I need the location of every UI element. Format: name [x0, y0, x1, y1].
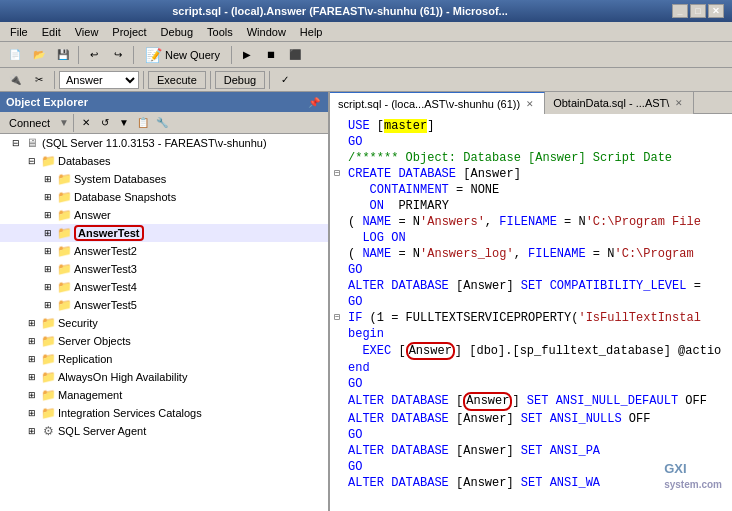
server-icon: 🖥	[24, 135, 40, 151]
oe-disconnect-btn[interactable]: ✕	[77, 114, 95, 132]
fold-13: ⊟	[334, 310, 344, 326]
menu-debug[interactable]: Debug	[155, 24, 199, 40]
code-8: LOG ON	[348, 230, 406, 246]
server-node[interactable]: ⊟ 🖥 (SQL Server 11.0.3153 - FAREAST\v-sh…	[0, 134, 328, 152]
debug-button[interactable]: Debug	[215, 71, 265, 89]
answertest3-node[interactable]: ⊞ 📁 AnswerTest3	[0, 260, 328, 278]
integration-label: Integration Services Catalogs	[58, 407, 202, 419]
oe-summary-btn[interactable]: 📋	[134, 114, 152, 132]
code-line-1: USE [master]	[334, 118, 728, 134]
server-objects-node[interactable]: ⊞ 📁 Server Objects	[0, 332, 328, 350]
close-button[interactable]: ✕	[708, 4, 724, 18]
answertest4-icon: 📁	[56, 279, 72, 295]
save-button[interactable]: 💾	[52, 45, 74, 65]
code-line-7: ( NAME = N'Answers', FILENAME = N'C:\Pro…	[334, 214, 728, 230]
databases-label: Databases	[58, 155, 111, 167]
connect-button[interactable]: Connect	[2, 114, 57, 132]
answertest4-expand[interactable]: ⊞	[40, 279, 56, 295]
code-10: GO	[348, 262, 362, 278]
answertest5-expand[interactable]: ⊞	[40, 297, 56, 313]
redo-button[interactable]: ↪	[107, 45, 129, 65]
server-label: (SQL Server 11.0.3153 - FAREAST\v-shunhu…	[42, 137, 267, 149]
code-line-16: end	[334, 360, 728, 376]
sys-db-expand[interactable]: ⊞	[40, 171, 56, 187]
replication-node[interactable]: ⊞ 📁 Replication	[0, 350, 328, 368]
server-objects-icon: 📁	[40, 333, 56, 349]
disconnect-btn[interactable]: ✂	[28, 70, 50, 90]
security-node[interactable]: ⊞ 📁 Security	[0, 314, 328, 332]
answer-expand[interactable]: ⊞	[40, 207, 56, 223]
menu-file[interactable]: File	[4, 24, 34, 40]
tab-script-sql[interactable]: script.sql - (loca...AST\v-shunhu (61)) …	[330, 92, 545, 114]
integration-node[interactable]: ⊞ 📁 Integration Services Catalogs	[0, 404, 328, 422]
sep-t3	[143, 71, 144, 89]
answertest2-expand[interactable]: ⊞	[40, 243, 56, 259]
main-area: Object Explorer 📌 Connect ▼ ✕ ↺ ▼ 📋 🔧 ⊟ …	[0, 92, 732, 511]
connect-btn[interactable]: 🔌	[4, 70, 26, 90]
snap-expand[interactable]: ⊞	[40, 189, 56, 205]
undo-button[interactable]: ↩	[83, 45, 105, 65]
new-query-button[interactable]: 📝 New Query	[138, 44, 227, 66]
menu-help[interactable]: Help	[294, 24, 329, 40]
code-line-10: GO	[334, 262, 728, 278]
maximize-button[interactable]: □	[690, 4, 706, 18]
minimize-button[interactable]: _	[672, 4, 688, 18]
answertest-expand[interactable]: ⊞	[40, 225, 56, 241]
answertest5-node[interactable]: ⊞ 📁 AnswerTest5	[0, 296, 328, 314]
code-5: CONTAINMENT = NONE	[348, 182, 499, 198]
new-file-button[interactable]: 📄	[4, 45, 26, 65]
oe-properties-btn[interactable]: 🔧	[153, 114, 171, 132]
open-button[interactable]: 📂	[28, 45, 50, 65]
sqlagent-expand[interactable]: ⊞	[24, 423, 40, 439]
execute-button[interactable]: Execute	[148, 71, 206, 89]
security-expand[interactable]: ⊞	[24, 315, 40, 331]
menu-project[interactable]: Project	[106, 24, 152, 40]
object-explorer-tree[interactable]: ⊟ 🖥 (SQL Server 11.0.3153 - FAREAST\v-sh…	[0, 134, 328, 511]
connect-dropdown-arrow[interactable]: ▼	[59, 117, 69, 128]
code-line-18: ALTER DATABASE [Answer] SET ANSI_NULL_DE…	[334, 392, 728, 410]
answertest3-expand[interactable]: ⊞	[40, 261, 56, 277]
management-node[interactable]: ⊞ 📁 Management	[0, 386, 328, 404]
databases-expand[interactable]: ⊟	[24, 153, 40, 169]
menu-tools[interactable]: Tools	[201, 24, 239, 40]
tab-obtain-data[interactable]: ObtainData.sql - ...AST\ ✕	[545, 92, 694, 114]
sys-db-icon: 📁	[56, 171, 72, 187]
alwayson-expand[interactable]: ⊞	[24, 369, 40, 385]
code-line-9: ( NAME = N'Answers_log', FILENAME = N'C:…	[334, 246, 728, 262]
answertest2-node[interactable]: ⊞ 📁 AnswerTest2	[0, 242, 328, 260]
sqlagent-node[interactable]: ⊞ ⚙ SQL Server Agent	[0, 422, 328, 440]
oe-refresh-btn[interactable]: ↺	[96, 114, 114, 132]
oe-filter-btn[interactable]: ▼	[115, 114, 133, 132]
system-databases-node[interactable]: ⊞ 📁 System Databases	[0, 170, 328, 188]
database-selector[interactable]: Answer	[59, 71, 139, 89]
toolbar-btn-2[interactable]: ⏹	[260, 45, 282, 65]
answer-icon: 📁	[56, 207, 72, 223]
object-explorer-title: Object Explorer	[6, 96, 88, 108]
integration-icon: 📁	[40, 405, 56, 421]
alwayson-node[interactable]: ⊞ 📁 AlwaysOn High Availability	[0, 368, 328, 386]
databases-node[interactable]: ⊟ 📁 Databases	[0, 152, 328, 170]
menu-edit[interactable]: Edit	[36, 24, 67, 40]
server-objects-expand[interactable]: ⊞	[24, 333, 40, 349]
answertest-node[interactable]: ⊞ 📁 AnswerTest	[0, 224, 328, 242]
editor-content[interactable]: USE [master] GO /****** Object: Database…	[330, 114, 732, 511]
alwayson-label: AlwaysOn High Availability	[58, 371, 187, 383]
db-snapshots-node[interactable]: ⊞ 📁 Database Snapshots	[0, 188, 328, 206]
server-expand[interactable]: ⊟	[8, 135, 24, 151]
code-line-23: ALTER DATABASE [Answer] SET ANSI_WA	[334, 475, 728, 491]
code-4: CREATE DATABASE [Answer]	[348, 166, 521, 182]
answertest4-node[interactable]: ⊞ 📁 AnswerTest4	[0, 278, 328, 296]
menu-window[interactable]: Window	[241, 24, 292, 40]
answer-node[interactable]: ⊞ 📁 Answer	[0, 206, 328, 224]
integration-expand[interactable]: ⊞	[24, 405, 40, 421]
tab-script-close[interactable]: ✕	[524, 99, 536, 109]
parse-btn[interactable]: ✓	[274, 70, 296, 90]
pin-button[interactable]: 📌	[306, 97, 322, 108]
security-label: Security	[58, 317, 98, 329]
menu-view[interactable]: View	[69, 24, 105, 40]
tab-obtain-close[interactable]: ✕	[673, 98, 685, 108]
management-expand[interactable]: ⊞	[24, 387, 40, 403]
replication-expand[interactable]: ⊞	[24, 351, 40, 367]
toolbar-btn-3[interactable]: ⬛	[284, 45, 306, 65]
toolbar-btn-1[interactable]: ▶	[236, 45, 258, 65]
